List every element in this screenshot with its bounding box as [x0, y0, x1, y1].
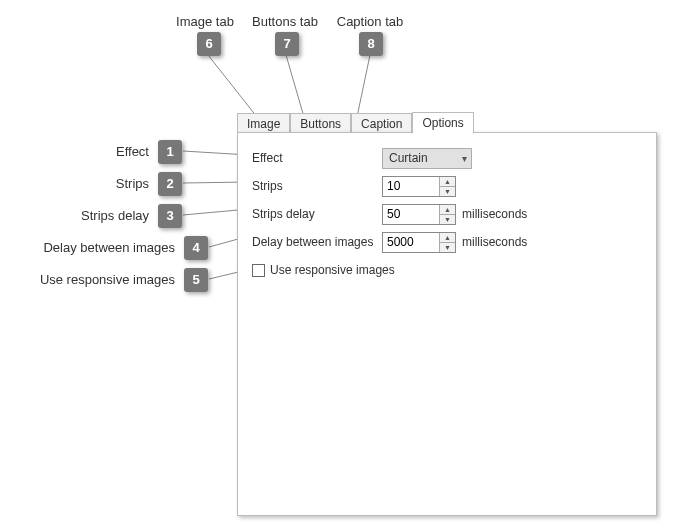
label-delay-between: Delay between images	[252, 235, 382, 249]
label-responsive[interactable]: Use responsive images	[270, 263, 395, 277]
callout-3-badge: 3	[158, 204, 182, 228]
svg-line-1	[286, 55, 304, 117]
tab-image[interactable]: Image	[237, 113, 290, 134]
callout-8-label: Caption tab	[320, 14, 420, 29]
spinner-strips[interactable]: 10 ▲ ▼	[382, 176, 456, 197]
row-effect: Effect Curtain ▾	[252, 145, 642, 171]
spinner-strips-delay[interactable]: 50 ▲ ▼	[382, 204, 456, 225]
callout-6-badge: 6	[197, 32, 221, 56]
spinner-down-icon[interactable]: ▼	[440, 215, 455, 224]
callout-4-badge: 4	[184, 236, 208, 260]
label-strips: Strips	[252, 179, 382, 193]
callout-5-label: Use responsive images	[40, 272, 175, 287]
spinner-down-icon[interactable]: ▼	[440, 187, 455, 196]
spinner-up-icon[interactable]: ▲	[440, 205, 455, 215]
suffix-delay-between: milliseconds	[462, 235, 527, 249]
spinner-strips-delay-value[interactable]: 50	[383, 205, 439, 224]
row-strips-delay: Strips delay 50 ▲ ▼ milliseconds	[252, 201, 642, 227]
svg-line-2	[357, 55, 370, 117]
checkbox-responsive[interactable]	[252, 264, 265, 277]
label-strips-delay: Strips delay	[252, 207, 382, 221]
callout-1-badge: 1	[158, 140, 182, 164]
chevron-down-icon: ▾	[462, 153, 467, 164]
row-responsive: Use responsive images	[252, 257, 642, 283]
tab-options[interactable]: Options	[412, 112, 473, 134]
label-effect: Effect	[252, 151, 382, 165]
tab-strip: Image Buttons Caption Options	[237, 113, 474, 133]
select-effect[interactable]: Curtain ▾	[382, 148, 472, 169]
svg-line-0	[208, 55, 257, 117]
spinner-up-icon[interactable]: ▲	[440, 233, 455, 243]
select-effect-value: Curtain	[389, 151, 428, 165]
spinner-down-icon[interactable]: ▼	[440, 243, 455, 252]
callout-2-badge: 2	[158, 172, 182, 196]
options-panel: Effect Curtain ▾ Strips 10 ▲ ▼ Strips de…	[237, 132, 657, 516]
spinner-delay-between-value[interactable]: 5000	[383, 233, 439, 252]
callout-7-badge: 7	[275, 32, 299, 56]
callout-5-badge: 5	[184, 268, 208, 292]
callout-1-label: Effect	[116, 144, 149, 159]
callout-8-badge: 8	[359, 32, 383, 56]
suffix-strips-delay: milliseconds	[462, 207, 527, 221]
callout-2-label: Strips	[116, 176, 149, 191]
callout-3-label: Strips delay	[81, 208, 149, 223]
spinner-delay-between[interactable]: 5000 ▲ ▼	[382, 232, 456, 253]
tab-buttons[interactable]: Buttons	[290, 113, 351, 134]
spinner-up-icon[interactable]: ▲	[440, 177, 455, 187]
tab-caption[interactable]: Caption	[351, 113, 412, 134]
callout-4-label: Delay between images	[43, 240, 175, 255]
row-strips: Strips 10 ▲ ▼	[252, 173, 642, 199]
row-delay-between: Delay between images 5000 ▲ ▼ millisecon…	[252, 229, 642, 255]
spinner-strips-value[interactable]: 10	[383, 177, 439, 196]
